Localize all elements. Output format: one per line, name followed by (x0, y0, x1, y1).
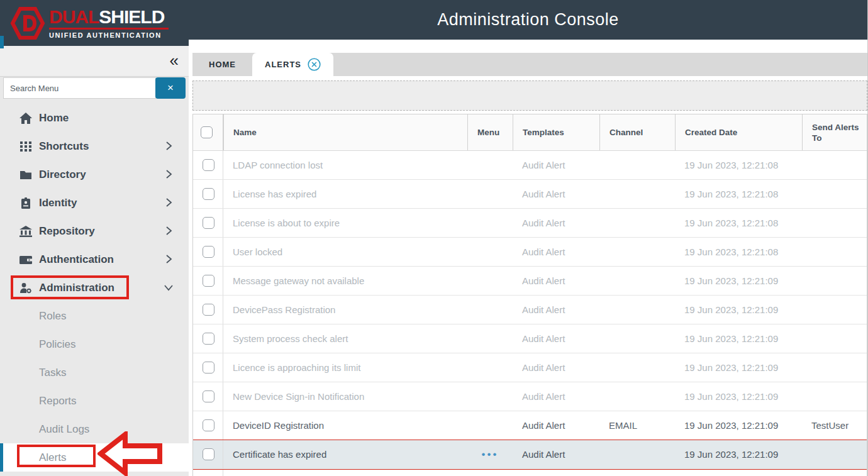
column-header-channel[interactable]: Channel (599, 114, 675, 150)
alert-created-date: 19 Jun 2023, 12:21:09 (675, 440, 802, 468)
row-checkbox[interactable] (203, 188, 214, 200)
sidebar-item-audit-logs[interactable]: Audit Logs (0, 415, 189, 443)
sidebar-item-directory[interactable]: Directory (0, 160, 189, 189)
sidebar-item-label: Alerts (39, 451, 66, 464)
row-checkbox[interactable] (203, 362, 214, 374)
sidebar-item-shortcuts[interactable]: Shortcuts (0, 132, 189, 160)
close-tab-icon[interactable] (308, 58, 321, 71)
logo-shield: SHIELD (99, 6, 164, 27)
sidebar-item-roles[interactable]: Roles (0, 302, 189, 330)
row-checkbox[interactable] (203, 275, 214, 287)
bank-icon (19, 225, 33, 238)
table-row[interactable]: License is about to expire Audit Alert 1… (193, 209, 867, 238)
table-row[interactable]: System process check alert Audit Alert 1… (193, 324, 867, 353)
row-checkbox-cell (193, 469, 223, 476)
sidebar-item-reports[interactable]: Reports (0, 387, 189, 415)
table-row[interactable]: Certificate has expired ••• Audit Alert … (193, 440, 867, 469)
row-checkbox[interactable] (203, 217, 214, 229)
alert-channel (599, 353, 675, 382)
chevron-right-icon (164, 226, 174, 236)
left-accent-notch (0, 36, 4, 48)
tab-label: HOME (209, 60, 236, 69)
alert-send-to (802, 440, 867, 468)
alert-name: New Device Sign-in Notification (223, 382, 467, 411)
sidebar-item-label: Policies (39, 338, 76, 351)
table-row[interactable]: User locked Audit Alert 19 Jun 2023, 12:… (193, 238, 867, 267)
sidebar-item-label: Directory (39, 169, 86, 181)
row-checkbox-cell (193, 353, 223, 382)
sidebar-item-label: Audit Logs (39, 423, 89, 436)
sidebar-item-home[interactable]: Home (0, 104, 189, 132)
sidebar-item-tasks[interactable]: Tasks (0, 358, 189, 387)
column-header-menu[interactable]: Menu (467, 114, 513, 150)
logo-dual: DUAL (49, 6, 99, 27)
row-checkbox-cell (193, 440, 223, 468)
sidebar-item-administration[interactable]: Administration (0, 274, 189, 302)
table-row[interactable]: Message gateway not available Audit Aler… (193, 267, 867, 296)
row-checkbox[interactable] (203, 390, 214, 402)
alert-channel: EMAIL (599, 411, 675, 440)
table-row[interactable]: Licence is approaching its limit Audit A… (193, 353, 867, 382)
column-header-send-alerts-to[interactable]: Send Alerts To (802, 114, 867, 150)
grid-icon (19, 140, 33, 153)
select-all-checkbox[interactable] (201, 126, 213, 138)
alerts-toolbar (192, 80, 867, 111)
search-clear-button[interactable]: × (155, 77, 186, 99)
row-checkbox-cell (193, 209, 223, 237)
sidebar-item-authentication[interactable]: Authentication (0, 245, 189, 274)
row-menu-cell (467, 267, 513, 295)
sidebar-search: × (0, 77, 189, 99)
sidebar-item-identity[interactable]: Identity (0, 189, 189, 217)
chevron-right-icon (164, 254, 174, 264)
alert-name: User locked (223, 238, 467, 266)
chevron-right-icon (164, 141, 174, 151)
alert-template: Audit Alert (513, 324, 599, 353)
sidebar-item-alerts[interactable]: Alerts (0, 443, 189, 472)
column-header-name[interactable]: Name (223, 114, 467, 150)
alert-created-date: 19 Jun 2023, 12:21:09 (675, 324, 802, 353)
user-gear-icon (19, 282, 33, 294)
alert-channel (599, 151, 675, 179)
alert-created-date: 19 Jun 2023, 12:21:08 (675, 180, 802, 208)
sidebar-item-repository[interactable]: Repository (0, 217, 189, 245)
logo-red-rule (49, 28, 169, 30)
row-actions-dots-icon[interactable]: ••• (482, 448, 499, 461)
row-checkbox[interactable] (203, 246, 214, 258)
alert-send-to (802, 382, 867, 411)
row-checkbox[interactable] (203, 448, 214, 460)
row-checkbox[interactable] (203, 304, 214, 316)
sidebar-item-label: Roles (39, 310, 66, 323)
alert-channel (599, 296, 675, 324)
logo-text: DUALSHIELD UNIFIED AUTHENTICATION (49, 8, 169, 39)
alert-channel (599, 382, 675, 411)
row-checkbox-cell (193, 382, 223, 411)
alert-send-to (802, 180, 867, 208)
table-row[interactable]: LDAP connection lost Audit Alert 19 Jun … (193, 151, 867, 180)
sidebar-item-label: Reports (39, 395, 77, 407)
close-icon: × (167, 82, 174, 94)
row-checkbox-cell (193, 151, 223, 179)
table-row[interactable]: New Device Sign-in Notification Audit Al… (193, 382, 867, 411)
table-row[interactable]: DeviceID Registration Audit Alert EMAIL … (193, 411, 867, 440)
alert-created-date: 19 Jun 2023, 12:21:08 (675, 238, 802, 266)
table-row[interactable]: DevicePass Registration Audit Alert 19 J… (193, 296, 867, 324)
column-header-templates[interactable]: Templates (513, 114, 599, 150)
tab-label: ALERTS (265, 60, 301, 69)
row-menu-cell (467, 209, 513, 237)
row-checkbox[interactable] (203, 159, 214, 171)
tab-alerts[interactable]: ALERTS (252, 53, 333, 76)
table-row[interactable]: License has expired Audit Alert 19 Jun 2… (193, 180, 867, 209)
alert-template: Audit Alert (513, 411, 599, 440)
sidebar-top-strip: « (0, 46, 189, 77)
row-checkbox[interactable] (203, 333, 214, 345)
chevron-right-icon (164, 197, 174, 208)
row-checkbox-cell (193, 267, 223, 295)
sidebar-item-label: Home (39, 112, 69, 125)
sidebar-item-policies[interactable]: Policies (0, 330, 189, 358)
tab-home[interactable]: HOME (192, 53, 252, 76)
row-checkbox[interactable] (203, 419, 214, 431)
row-menu-cell (467, 411, 513, 440)
search-input[interactable] (3, 77, 156, 99)
column-header-created-date[interactable]: Created Date (675, 114, 802, 150)
sidebar-collapse-icon[interactable]: « (166, 51, 182, 70)
